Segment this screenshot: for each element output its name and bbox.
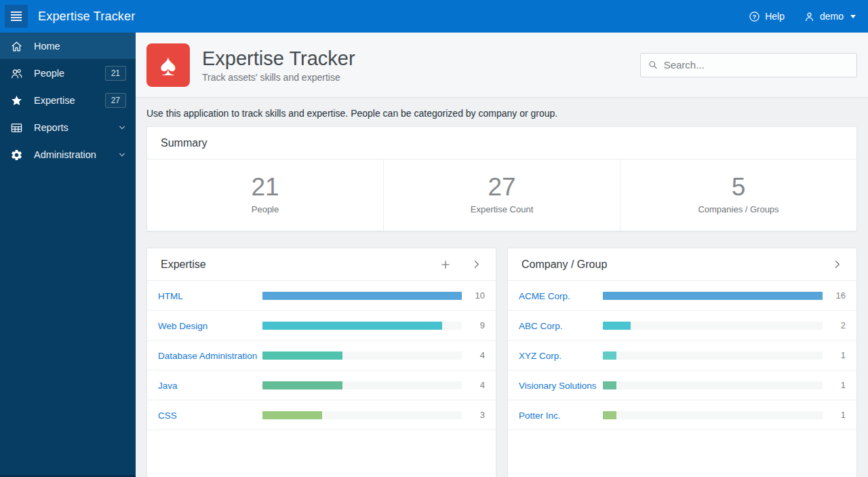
company-link[interactable]: Visionary Solutions	[519, 381, 597, 391]
user-menu[interactable]: demo	[804, 11, 856, 22]
sidebar-item-label: Expertise	[34, 95, 75, 106]
bar-track	[603, 322, 823, 330]
stat-label: Expertise Count	[384, 204, 620, 214]
bar-fill	[262, 381, 342, 389]
bar-track	[262, 411, 462, 419]
bar-track	[603, 381, 823, 389]
row-value: 3	[462, 410, 485, 420]
bar-fill	[603, 322, 631, 330]
expertise-link[interactable]: Web Design	[158, 321, 208, 331]
stat-expertise-count: 27 Expertise Count	[383, 159, 620, 231]
stat-value: 27	[384, 172, 620, 202]
table-row: Visionary Solutions 1	[508, 370, 856, 400]
bar-fill	[262, 322, 442, 330]
chevron-down-icon	[118, 151, 126, 159]
open-expertise-button[interactable]	[471, 259, 482, 270]
bar-track	[603, 411, 823, 419]
bar-fill	[262, 411, 322, 419]
company-link[interactable]: ACME Corp.	[519, 291, 570, 301]
company-card-title: Company / Group	[521, 259, 607, 271]
top-navigation-bar: Expertise Tracker ? Help demo	[0, 0, 868, 33]
report-grid-icon	[10, 121, 24, 134]
table-row: CSS 3	[147, 400, 496, 430]
expertise-chart: HTML 10 Web Design 9 Database Administra…	[147, 281, 496, 430]
company-chart: ACME Corp. 16 ABC Corp. 2 XYZ Corp. 1	[508, 281, 856, 430]
row-value: 4	[462, 350, 485, 360]
page-title: Expertise Tracker	[202, 47, 355, 70]
expertise-link[interactable]: CSS	[158, 411, 177, 421]
table-row: XYZ Corp. 1	[508, 341, 856, 370]
table-row: Web Design 9	[147, 311, 496, 341]
table-row: Database Administration 4	[147, 341, 496, 370]
expertise-link[interactable]: Java	[158, 381, 178, 391]
summary-card-title: Summary	[161, 137, 207, 149]
content-body: Use this application to track skills and…	[136, 98, 868, 477]
company-link[interactable]: XYZ Corp.	[519, 351, 561, 361]
bar-track	[262, 351, 462, 360]
sidebar-item-administration[interactable]: Administration	[0, 141, 136, 168]
svg-text:?: ?	[753, 13, 756, 20]
people-count-badge: 21	[105, 66, 126, 81]
gear-icon	[10, 149, 24, 161]
search-icon	[648, 59, 658, 71]
hamburger-menu-icon	[10, 11, 22, 22]
row-value: 16	[823, 290, 846, 301]
search-box[interactable]	[640, 53, 857, 77]
bar-fill	[603, 381, 616, 389]
bar-fill	[262, 292, 462, 300]
bar-track	[262, 322, 462, 330]
sidebar-item-label: People	[34, 68, 64, 79]
sidebar-toggle-button[interactable]	[5, 5, 28, 28]
expertise-link[interactable]: Database Administration	[158, 351, 257, 361]
stat-value: 21	[147, 172, 383, 202]
row-value: 9	[462, 320, 485, 330]
table-row: ACME Corp. 16	[508, 281, 856, 311]
sidebar-item-people[interactable]: People 21	[0, 60, 136, 87]
company-link[interactable]: Potter Inc.	[519, 411, 561, 421]
user-icon	[804, 11, 815, 22]
row-value: 10	[462, 290, 485, 301]
bar-track	[603, 351, 823, 360]
page-subtitle: Track assets' skills and expertise	[202, 72, 355, 83]
open-company-button[interactable]	[831, 259, 843, 270]
company-group-card: Company / Group ACME Corp. 16	[507, 248, 857, 477]
bar-fill	[603, 351, 616, 360]
bar-track	[262, 381, 462, 389]
expertise-card-title: Expertise	[161, 259, 206, 271]
expertise-link[interactable]: HTML	[158, 291, 183, 301]
caret-down-icon	[850, 15, 856, 18]
people-icon	[10, 67, 24, 80]
help-label: Help	[765, 11, 785, 22]
add-expertise-button[interactable]	[439, 259, 452, 271]
company-link[interactable]: ABC Corp.	[519, 321, 563, 331]
table-row: ABC Corp. 2	[508, 311, 856, 341]
app-spade-icon: ♠	[146, 43, 190, 87]
help-link[interactable]: ? Help	[749, 11, 785, 22]
row-value: 1	[823, 410, 846, 420]
star-icon	[10, 94, 24, 107]
stat-people: 21 People	[147, 159, 383, 231]
help-question-icon: ?	[749, 11, 760, 22]
sidebar-item-label: Home	[34, 41, 60, 52]
bar-fill	[603, 411, 616, 419]
intro-text: Use this application to track skills and…	[146, 108, 857, 119]
sidebar-item-home[interactable]: Home	[0, 33, 136, 60]
sidebar-item-label: Reports	[34, 122, 68, 133]
table-row: Potter Inc. 1	[508, 400, 856, 430]
sidebar-item-reports[interactable]: Reports	[0, 114, 136, 141]
plus-icon	[439, 259, 452, 271]
chevron-down-icon	[118, 123, 126, 132]
main-region: ♠ Expertise Tracker Track assets' skills…	[136, 33, 868, 477]
stat-label: Companies / Groups	[620, 204, 856, 214]
sidebar-item-expertise[interactable]: Expertise 27	[0, 87, 136, 114]
stat-companies-groups: 5 Companies / Groups	[620, 159, 856, 231]
app-header: ♠ Expertise Tracker Track assets' skills…	[136, 33, 868, 98]
summary-card: Summary 21 People 27 Expertise Count 5 C…	[146, 126, 857, 231]
table-row: HTML 10	[147, 281, 496, 311]
row-value: 2	[823, 320, 846, 330]
bar-track	[262, 292, 462, 300]
search-input[interactable]	[664, 59, 850, 71]
chevron-right-icon	[831, 259, 843, 270]
bar-fill	[262, 351, 342, 360]
chevron-right-icon	[471, 259, 482, 270]
